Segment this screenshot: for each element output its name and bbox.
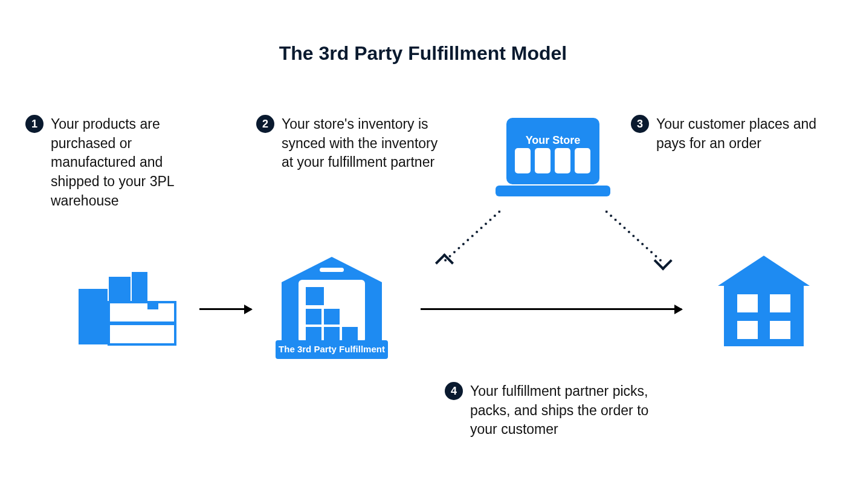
svg-rect-20 [737, 294, 758, 312]
step-1: 1 Your products are purchased or manufac… [25, 115, 213, 211]
step-4: 4 Your fulfillment partner picks, packs,… [445, 382, 662, 439]
step-2: 2 Your store's inventory is synced with … [256, 115, 444, 172]
arrow-products-to-warehouse [199, 308, 251, 310]
svg-rect-0 [79, 289, 108, 344]
laptop-store-icon [496, 118, 610, 199]
step-3-badge: 3 [631, 115, 649, 133]
svg-rect-3 [109, 302, 175, 323]
svg-rect-8 [306, 287, 324, 305]
svg-rect-1 [109, 277, 131, 301]
svg-rect-23 [770, 321, 790, 339]
step-1-text: Your products are purchased or manufactu… [51, 115, 213, 211]
step-2-text: Your store's inventory is synced with th… [282, 115, 444, 172]
svg-rect-2 [132, 272, 147, 301]
svg-rect-22 [737, 321, 758, 339]
svg-rect-10 [324, 309, 340, 325]
dotted-arrow-store-to-customer [604, 209, 664, 263]
svg-rect-5 [147, 303, 158, 309]
svg-rect-15 [496, 186, 610, 196]
store-label: Your Store [514, 134, 592, 147]
dotted-arrow-store-to-warehouse [442, 209, 502, 263]
svg-rect-17 [535, 148, 551, 173]
svg-rect-16 [515, 148, 531, 173]
step-3-text: Your customer places and pays for an ord… [656, 115, 818, 153]
step-4-text: Your fulfillment partner picks, packs, a… [470, 382, 662, 439]
svg-rect-9 [306, 309, 321, 325]
svg-rect-6 [320, 268, 344, 272]
customer-house-icon [715, 256, 812, 349]
diagram-title: The 3rd Party Fulfillment Model [0, 42, 846, 65]
svg-rect-19 [575, 148, 590, 173]
step-3: 3 Your customer places and pays for an o… [631, 115, 818, 153]
svg-rect-4 [109, 324, 175, 344]
step-2-badge: 2 [256, 115, 274, 133]
step-1-badge: 1 [25, 115, 44, 133]
step-4-badge: 4 [445, 382, 463, 400]
arrow-warehouse-to-customer [421, 308, 682, 310]
svg-rect-18 [555, 148, 570, 173]
warehouse-label: The 3rd Party Fulfillment [276, 340, 388, 359]
svg-rect-21 [770, 294, 790, 312]
products-boxes-icon [73, 272, 181, 351]
